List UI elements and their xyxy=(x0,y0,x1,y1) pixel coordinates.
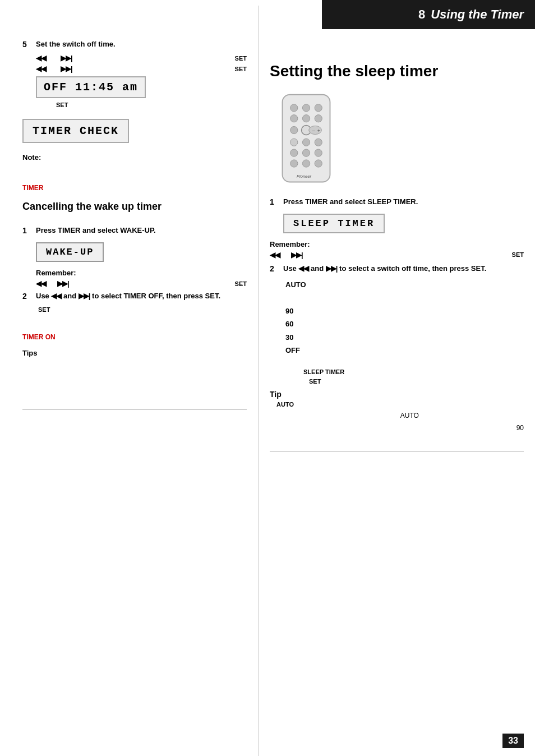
svg-point-5 xyxy=(302,114,310,122)
tips-label: Tips xyxy=(22,349,247,357)
right-step-1-number: 1 xyxy=(270,197,283,206)
svg-point-6 xyxy=(315,114,322,122)
right-separator xyxy=(270,451,524,452)
wake-display: WAKE-UP xyxy=(36,242,104,262)
skip-back-icon-2[interactable]: ◀◀ xyxy=(36,64,46,73)
skip-fwd-icon-1[interactable]: ▶▶| xyxy=(61,54,72,62)
set-label-2: SET xyxy=(235,66,247,72)
svg-text:+: + xyxy=(317,127,321,133)
remember-set: SET xyxy=(235,280,247,287)
cancel-step-2: 2 Use ◀◀ and ▶▶| to select TIMER OFF, th… xyxy=(22,291,247,301)
cancelling-title: Cancelling the wake up timer xyxy=(22,201,247,213)
options-list: AUTO 90 60 30 OFF xyxy=(285,278,524,357)
right-step-1: 1 Press TIMER and select SLEEP TIMER. xyxy=(270,197,524,207)
cancel-step-1-text: Press TIMER and select WAKE-UP. xyxy=(36,225,247,236)
right-step-2: 2 Use ◀◀ and ▶▶| to select a switch off … xyxy=(270,264,524,274)
skip-fwd-icon-2[interactable]: ▶▶| xyxy=(61,64,72,73)
tip-auto2: AUTO xyxy=(400,412,419,420)
sleep-timer-ref: SLEEP TIMER xyxy=(303,367,524,376)
remember-skip-fwd[interactable]: ▶▶| xyxy=(57,279,69,288)
note-label: Note: xyxy=(22,153,247,162)
step-5-number: 5 xyxy=(22,40,36,49)
svg-text:Pioneer: Pioneer xyxy=(297,174,311,179)
tip-auto-label: AUTO xyxy=(276,400,524,408)
cancel-step-1: 1 Press TIMER and select WAKE-UP. xyxy=(22,225,247,236)
timer-on-link[interactable]: TIMER ON xyxy=(22,333,56,341)
svg-point-14 xyxy=(315,139,322,146)
left-separator xyxy=(22,409,247,410)
tip-90: 90 xyxy=(270,423,524,433)
svg-text:–: – xyxy=(312,127,315,133)
option-30: 30 xyxy=(285,331,524,344)
remember-skip-back[interactable]: ◀◀ xyxy=(36,279,46,288)
right-step-2-text: Use ◀◀ and ▶▶| to select a switch off ti… xyxy=(283,264,524,274)
controls-row-1: ◀◀ ▶▶| SET xyxy=(36,54,247,62)
controls-row-2: ◀◀ ▶▶| SET xyxy=(36,64,247,73)
page-layout: 5 Set the switch off time. ◀◀ ▶▶| SET ◀◀… xyxy=(0,0,535,756)
svg-point-16 xyxy=(302,149,310,156)
right-remember-section: Remember: ◀◀ ▶▶| SET xyxy=(270,240,524,259)
option-auto: AUTO xyxy=(285,278,524,291)
svg-point-15 xyxy=(290,149,298,156)
chapter-title: Using the Timer xyxy=(431,7,524,22)
right-remember-skip-fwd[interactable]: ▶▶| xyxy=(291,251,303,259)
chapter-header: 8 Using the Timer xyxy=(322,0,535,29)
set-below-off: SET xyxy=(56,100,247,109)
cancel-step-1-number: 1 xyxy=(22,226,36,235)
timer-check-display: TIMER CHECK xyxy=(22,119,129,143)
remember-section: Remember: ◀◀ ▶▶| SET xyxy=(36,269,247,288)
remote-control-image: – + Pioneer xyxy=(270,86,524,197)
remember-controls: ◀◀ ▶▶| SET xyxy=(36,279,247,288)
svg-point-4 xyxy=(290,114,298,122)
svg-point-1 xyxy=(290,104,298,111)
svg-point-2 xyxy=(302,104,310,111)
right-remember-label: Remember: xyxy=(270,240,524,248)
remember-label: Remember: xyxy=(36,269,247,277)
option-60: 60 xyxy=(285,317,524,330)
timer-link[interactable]: TIMER xyxy=(22,184,43,192)
right-step-2-number: 2 xyxy=(270,264,283,273)
timer-check-area: TIMER CHECK xyxy=(22,114,247,147)
tip-label: Tip xyxy=(270,390,524,399)
right-column: Setting the sleep timer – + xyxy=(258,6,535,756)
svg-point-19 xyxy=(302,159,310,167)
sleep-display-area: SLEEP TIMER xyxy=(283,211,524,236)
left-column: 5 Set the switch off time. ◀◀ ▶▶| SET ◀◀… xyxy=(0,6,258,756)
svg-point-18 xyxy=(290,159,298,167)
svg-point-12 xyxy=(290,139,298,146)
sleep-timer-display: SLEEP TIMER xyxy=(283,214,385,233)
step-5: 5 Set the switch off time. xyxy=(22,39,247,49)
tip-body: AUTO xyxy=(270,411,524,421)
right-remember-set: SET xyxy=(512,251,524,258)
cancel-step-2-text: Use ◀◀ and ▶▶| to select TIMER OFF, then… xyxy=(36,291,247,301)
svg-point-17 xyxy=(315,149,322,156)
skip-back-icon-1[interactable]: ◀◀ xyxy=(36,54,46,62)
right-remember-controls: ◀◀ ▶▶| SET xyxy=(270,251,524,259)
right-remember-skip-back[interactable]: ◀◀ xyxy=(270,251,280,259)
svg-point-13 xyxy=(302,139,310,146)
page-number: 33 xyxy=(502,734,524,748)
set-label-1: SET xyxy=(235,55,247,62)
set-ref: SET xyxy=(309,377,524,385)
option-off: OFF xyxy=(285,344,524,357)
cancel-step-2-set: SET xyxy=(38,306,247,313)
chapter-number: 8 xyxy=(418,7,425,22)
svg-point-3 xyxy=(315,104,322,111)
section-title: Setting the sleep timer xyxy=(270,62,524,81)
off-display: OFF 11:45 am xyxy=(36,76,146,98)
option-90: 90 xyxy=(285,305,524,317)
wake-display-area: WAKE-UP xyxy=(36,240,247,264)
cancel-step-2-number: 2 xyxy=(22,292,36,301)
svg-point-7 xyxy=(290,126,298,133)
step-5-text: Set the switch off time. xyxy=(36,39,247,49)
svg-point-20 xyxy=(315,159,322,167)
right-step-1-text: Press TIMER and select SLEEP TIMER. xyxy=(283,197,524,207)
